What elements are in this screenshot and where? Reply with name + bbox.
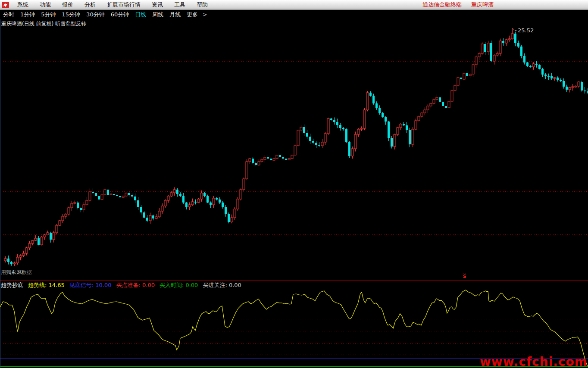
candle-up: [86, 200, 88, 205]
period-item-60分钟[interactable]: 60分钟: [108, 10, 132, 19]
candle-down: [309, 137, 311, 141]
period-item-更多[interactable]: 更多: [184, 10, 201, 19]
candle-down: [538, 65, 541, 69]
watermark: www.cfchi.com: [480, 355, 588, 368]
period-item-周线[interactable]: 周线: [149, 10, 166, 19]
candle-down: [143, 212, 145, 218]
indicator-fields: 趋势线: 14.65见底信号: 10.00买点准备: 0.00买入时间: 0.0…: [28, 281, 246, 289]
candle-down: [550, 76, 553, 78]
candle-down: [333, 120, 335, 122]
candle-down: [403, 124, 405, 125]
candle-up: [74, 203, 76, 203]
candle-up: [47, 233, 49, 235]
candle-down: [146, 218, 148, 221]
period-item-30分钟[interactable]: 30分钟: [83, 10, 108, 19]
candle-down: [77, 203, 79, 208]
candle-down: [10, 262, 13, 264]
period-toolbar: 分时1分钟5分钟15分钟30分钟60分钟日线周线月线更多 >: [0, 10, 588, 19]
candle-down: [152, 215, 154, 218]
indicator-field-2: 买点准备: 0.00: [116, 282, 154, 288]
candle-up: [101, 195, 103, 200]
candle-up: [366, 93, 369, 110]
candle-up: [424, 110, 426, 113]
period-item-1分钟[interactable]: 1分钟: [17, 10, 38, 19]
candle-down: [80, 208, 82, 210]
indicator-field-1: 见底信号: 10.00: [69, 282, 112, 288]
candle-up: [16, 257, 19, 263]
candle-down: [131, 195, 133, 196]
candle-down: [517, 43, 519, 47]
candle-down: [194, 202, 197, 203]
candle-down: [544, 75, 547, 76]
candle-down: [140, 207, 142, 212]
tdx-logo-icon[interactable]: [2, 2, 9, 8]
more-arrow-icon[interactable]: >: [201, 12, 207, 18]
candle-up: [161, 206, 163, 211]
candle-down: [339, 125, 341, 128]
period-item-15分钟[interactable]: 15分钟: [59, 10, 84, 19]
candle-down: [270, 159, 272, 160]
candle-up: [41, 237, 43, 245]
candle-down: [267, 157, 269, 159]
peak-callout-line: [513, 28, 517, 31]
candle-up: [19, 256, 22, 257]
menu-right-labels: 通达信金融终端重庆啤酒: [422, 0, 494, 9]
period-item-月线[interactable]: 月线: [166, 10, 184, 19]
candle-up: [258, 162, 260, 165]
candle-down: [137, 200, 139, 207]
candle-down: [547, 76, 550, 77]
candle-down: [255, 163, 257, 165]
candle-up: [237, 199, 239, 209]
candle-up: [324, 134, 326, 142]
candle-up: [173, 190, 175, 193]
candle-down: [179, 194, 181, 196]
candle-down: [460, 78, 462, 79]
candle-up: [457, 78, 459, 85]
period-item-分时[interactable]: 分时: [0, 10, 17, 19]
period-item-日线[interactable]: 日线: [132, 10, 149, 19]
period-item-5分钟[interactable]: 5分钟: [38, 10, 59, 19]
candle-up: [71, 203, 73, 208]
candle-down: [38, 238, 40, 245]
candle-up: [261, 159, 263, 162]
candle-down: [566, 87, 568, 90]
candle-down: [318, 145, 320, 146]
candle-up: [22, 253, 25, 256]
candle-down: [345, 129, 347, 142]
menu-item-7[interactable]: 帮助: [191, 0, 213, 9]
candle-down: [203, 193, 206, 196]
candle-down: [107, 190, 109, 195]
menu-item-1[interactable]: 功能: [34, 0, 56, 9]
candle-up: [478, 53, 480, 57]
candle-up: [397, 128, 399, 134]
menu-right-label-1: 重庆啤酒: [471, 0, 494, 9]
candle-up: [234, 209, 236, 218]
candle-down: [445, 106, 447, 108]
candle-down: [490, 43, 492, 61]
candle-up: [493, 55, 495, 61]
candle-down: [222, 203, 224, 207]
candle-down: [382, 113, 384, 117]
indicator-field-0: 趋势线: 14.65: [28, 282, 65, 288]
menu-item-0[interactable]: 系统: [12, 0, 34, 9]
candle-up: [511, 34, 513, 39]
candle-up: [53, 233, 55, 240]
menu-item-3[interactable]: 分析: [79, 0, 101, 9]
candle-up: [110, 194, 112, 195]
candle-up: [104, 190, 106, 195]
candle-up: [508, 39, 510, 40]
candle-up: [231, 218, 233, 222]
indicator-name[interactable]: 趋势抄底: [1, 281, 23, 289]
candle-down: [535, 64, 538, 65]
candle-up: [363, 110, 366, 128]
candle-up: [246, 162, 248, 179]
candle-down: [529, 66, 532, 67]
menu-item-6[interactable]: 工具: [169, 0, 191, 9]
menu-item-2[interactable]: 报价: [56, 0, 79, 9]
candle-down: [385, 117, 387, 122]
candle-up: [532, 64, 535, 67]
candle-up: [436, 97, 438, 100]
menu-item-4[interactable]: 扩展市场行情: [101, 0, 146, 9]
candle-down: [484, 44, 486, 52]
menu-item-5[interactable]: 资讯: [146, 0, 169, 9]
